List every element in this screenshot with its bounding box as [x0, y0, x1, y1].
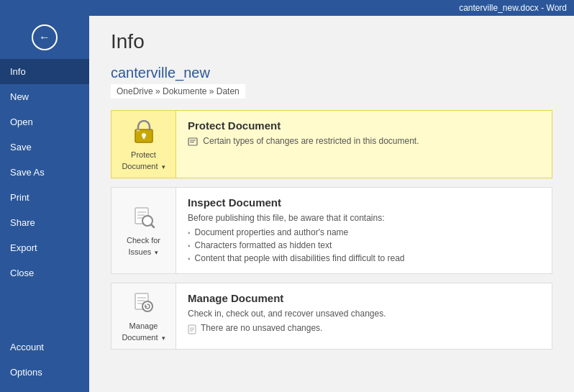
manage-document-card: Manage Document ▾ Manage Document Check …	[111, 283, 552, 350]
list-item: ▪ Content that people with disabilities …	[188, 252, 540, 265]
sidebar-item-save[interactable]: Save	[0, 135, 89, 160]
inspect-document-body: Inspect Document Before publishing this …	[176, 188, 552, 273]
inspect-document-card: Check for Issues ▾ Inspect Document Befo…	[111, 187, 552, 274]
list-item: ▪ Characters formatted as hidden text	[188, 239, 540, 252]
sidebar-item-label: Export	[10, 242, 37, 253]
sidebar-item-label: Open	[10, 117, 33, 127]
list-item: There are no unsaved changes.	[188, 322, 540, 337]
sidebar-item-label: Print	[10, 192, 29, 203]
document-small-icon	[188, 324, 196, 336]
inspect-document-title: Inspect Document	[188, 196, 540, 209]
sidebar-item-open[interactable]: Open	[0, 109, 89, 135]
lock-icon	[132, 118, 155, 147]
sidebar-item-label: New	[10, 91, 29, 102]
manage-document-desc: Check in, check out, and recover unsaved…	[188, 309, 540, 319]
bullet-icon: ▪	[188, 242, 191, 250]
content-area: Info canterville_new OneDrive » Dokument…	[89, 16, 574, 392]
svg-rect-3	[137, 129, 140, 132]
sidebar-item-label: Share	[10, 217, 35, 228]
sidebar-item-share[interactable]: Share	[0, 210, 89, 235]
sidebar-item-new[interactable]: New	[0, 84, 89, 109]
doc-path: OneDrive » Dokumente » Daten	[111, 84, 245, 99]
sidebar-nav: Info New Open Save Save As Print Share E…	[0, 59, 89, 334]
manage-document-label: Manage	[129, 322, 158, 330]
manage-document-button[interactable]: Manage Document ▾	[111, 283, 176, 349]
svg-rect-2	[142, 136, 145, 139]
manage-document-label2: Document ▾	[122, 333, 165, 342]
protect-document-desc: Certain types of changes are restricted …	[188, 136, 540, 147]
manage-document-body: Manage Document Check in, check out, and…	[176, 283, 552, 349]
sidebar-bottom: Account Options	[0, 334, 89, 392]
sidebar-item-export[interactable]: Export	[0, 235, 89, 260]
check-for-issues-button[interactable]: Check for Issues ▾	[111, 188, 176, 273]
protect-document-button[interactable]: Protect Document ▾	[111, 111, 176, 178]
bullet-icon: ▪	[188, 255, 191, 263]
back-circle-icon[interactable]: ←	[32, 24, 58, 50]
manage-icon	[132, 291, 156, 319]
protect-document-body: Protect Document Certain types of change…	[176, 111, 552, 178]
back-arrow-icon: ←	[39, 31, 50, 44]
svg-line-12	[151, 224, 154, 227]
sidebar: ← Info New Open Save Save As Print S	[0, 16, 89, 392]
list-item: ▪ Document properties and author's name	[188, 226, 540, 239]
check-issues-label: Check for	[127, 236, 160, 245]
title-bar-text: canterville_new.docx - Word	[459, 3, 567, 13]
back-button[interactable]: ←	[0, 16, 89, 59]
sidebar-item-save-as[interactable]: Save As	[0, 160, 89, 185]
sidebar-item-label: Info	[10, 66, 26, 77]
protect-document-label2: Document ▾	[122, 162, 165, 170]
doc-name: canterville_new	[111, 65, 552, 81]
sidebar-item-options[interactable]: Options	[0, 360, 89, 385]
svg-point-17	[142, 301, 152, 311]
bullet-icon: ▪	[188, 229, 191, 237]
inspect-icon	[132, 205, 156, 233]
sidebar-item-label: Options	[10, 367, 42, 378]
inspect-document-list: ▪ Document properties and author's name …	[188, 226, 540, 265]
sidebar-item-label: Save	[10, 142, 32, 152]
sidebar-item-print[interactable]: Print	[0, 185, 89, 210]
sidebar-item-account[interactable]: Account	[0, 334, 89, 360]
sidebar-item-close[interactable]: Close	[0, 260, 89, 286]
manage-document-title: Manage Document	[188, 292, 540, 304]
protect-document-label: Protect	[131, 150, 156, 159]
sidebar-item-info[interactable]: Info	[0, 59, 89, 84]
protect-document-title: Protect Document	[188, 119, 540, 132]
check-issues-label2: Issues ▾	[129, 247, 159, 256]
page-title: Info	[111, 30, 552, 53]
sidebar-item-label: Account	[10, 342, 44, 352]
sidebar-item-label: Save As	[10, 167, 45, 178]
manage-document-list: There are no unsaved changes.	[188, 322, 540, 337]
inspect-document-desc: Before publishing this file, be aware th…	[188, 213, 540, 223]
protect-document-card: Protect Document ▾ Protect Document Cert…	[111, 110, 552, 178]
sidebar-item-label: Close	[10, 268, 34, 278]
